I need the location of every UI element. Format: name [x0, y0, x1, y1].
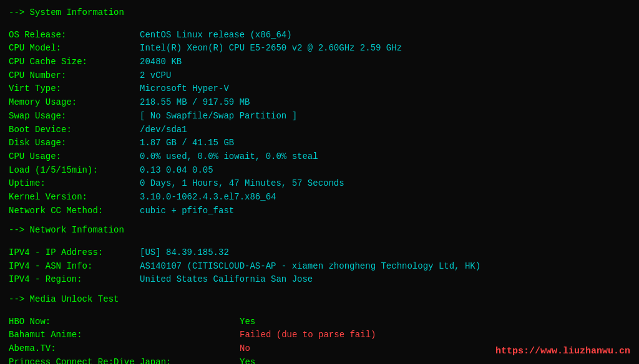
- row-label: Virt Type:: [9, 82, 140, 96]
- row-value: United States California San Jose: [140, 273, 313, 287]
- table-row: CPU Cache Size:20480 KB: [9, 55, 630, 69]
- row-value: 20480 KB: [140, 55, 182, 69]
- row-value: 3.10.0-1062.4.3.el7.x86_64: [140, 191, 276, 204]
- table-row: Kernel Version:3.10.0-1062.4.3.el7.x86_6…: [9, 191, 630, 204]
- table-row: CPU Usage:0.0% used, 0.0% iowait, 0.0% s…: [9, 150, 630, 164]
- row-label: CPU Cache Size:: [9, 55, 140, 69]
- row-label: IPV4 - Region:: [9, 273, 140, 287]
- row-label: HBO Now:: [9, 315, 240, 329]
- row-value: Microsoft Hyper-V: [140, 82, 229, 96]
- table-row: CPU Number:2 vCPU: [9, 69, 630, 83]
- table-row: Network CC Method:cubic + pfifo_fast: [9, 204, 630, 218]
- table-row: Load (1/5/15min):0.13 0.04 0.05: [9, 164, 630, 178]
- row-value: Yes: [240, 356, 255, 364]
- row-value: cubic + pfifo_fast: [140, 204, 234, 218]
- row-label: Memory Usage:: [9, 96, 140, 110]
- row-label: Network CC Method:: [9, 204, 140, 218]
- system-info-rows: OS Release:CentOS Linux release (x86_64)…: [9, 29, 630, 218]
- row-value: 2 vCPU: [140, 69, 171, 83]
- row-label: Swap Usage:: [9, 110, 140, 123]
- row-value: No: [240, 342, 250, 356]
- row-label: Boot Device:: [9, 123, 140, 137]
- row-label: Load (1/5/15min):: [9, 164, 140, 178]
- media-unlock-header: --> Media Unlock Test: [9, 293, 630, 307]
- table-row: Disk Usage:1.87 GB / 41.15 GB: [9, 136, 630, 150]
- system-info-header: --> System Information: [9, 6, 630, 20]
- row-label: Disk Usage:: [9, 136, 140, 150]
- row-value: Intel(R) Xeon(R) CPU E5-2650 v2 @ 2.60GH…: [140, 42, 402, 55]
- row-label: Bahamut Anime:: [9, 328, 240, 342]
- row-value: 1.87 GB / 41.15 GB: [140, 136, 234, 150]
- row-label: IPV4 - IP Address:: [9, 246, 140, 260]
- row-value: [ No Swapfile/Swap Partition ]: [140, 110, 297, 123]
- table-row: Memory Usage:218.55 MB / 917.59 MB: [9, 96, 630, 110]
- row-value: 0.0% used, 0.0% iowait, 0.0% steal: [140, 150, 318, 164]
- table-row: Uptime:0 Days, 1 Hours, 47 Minutes, 57 S…: [9, 177, 630, 191]
- row-label: IPV4 - ASN Info:: [9, 260, 140, 274]
- table-row: Bahamut Anime:Failed (due to parse fail): [9, 328, 630, 342]
- table-row: Swap Usage:[ No Swapfile/Swap Partition …: [9, 110, 630, 123]
- row-label: Kernel Version:: [9, 191, 140, 204]
- row-label: CPU Usage:: [9, 150, 140, 164]
- row-value: 218.55 MB / 917.59 MB: [140, 96, 250, 110]
- row-value: 0 Days, 1 Hours, 47 Minutes, 57 Seconds: [140, 177, 344, 191]
- row-value: [US] 84.39.185.32: [140, 246, 229, 260]
- network-info-header: --> Network Infomation: [9, 224, 630, 237]
- network-info-rows: IPV4 - IP Address:[US] 84.39.185.32IPV4 …: [9, 246, 630, 287]
- table-row: HBO Now:Yes: [9, 315, 630, 329]
- row-label: OS Release:: [9, 29, 140, 42]
- terminal: --> System Information OS Release:CentOS…: [0, 0, 639, 364]
- row-label: CPU Number:: [9, 69, 140, 83]
- row-value: Failed (due to parse fail): [240, 328, 376, 342]
- watermark: https://www.liuzhanwu.cn: [495, 346, 630, 357]
- table-row: CPU Model:Intel(R) Xeon(R) CPU E5-2650 v…: [9, 42, 630, 55]
- row-label: Princess Connect Re:Dive Japan:: [9, 356, 240, 364]
- row-value: AS140107 (CITISCLOUD-AS-AP - xiamen zhon…: [140, 260, 480, 274]
- table-row: IPV4 - IP Address:[US] 84.39.185.32: [9, 246, 630, 260]
- table-row: Virt Type:Microsoft Hyper-V: [9, 82, 630, 96]
- table-row: IPV4 - Region:United States California S…: [9, 273, 630, 287]
- table-row: Boot Device:/dev/sda1: [9, 123, 630, 137]
- row-value: 0.13 0.04 0.05: [140, 164, 213, 178]
- row-value: CentOS Linux release (x86_64): [140, 29, 292, 42]
- table-row: Princess Connect Re:Dive Japan:Yes: [9, 356, 630, 364]
- table-row: IPV4 - ASN Info:AS140107 (CITISCLOUD-AS-…: [9, 260, 630, 274]
- media-unlock-rows: HBO Now:YesBahamut Anime:Failed (due to …: [9, 315, 630, 364]
- row-value: Yes: [240, 315, 255, 329]
- row-label: CPU Model:: [9, 42, 140, 55]
- row-label: Uptime:: [9, 177, 140, 191]
- row-label: Abema.TV:: [9, 342, 240, 356]
- table-row: OS Release:CentOS Linux release (x86_64): [9, 29, 630, 42]
- row-value: /dev/sda1: [140, 123, 187, 137]
